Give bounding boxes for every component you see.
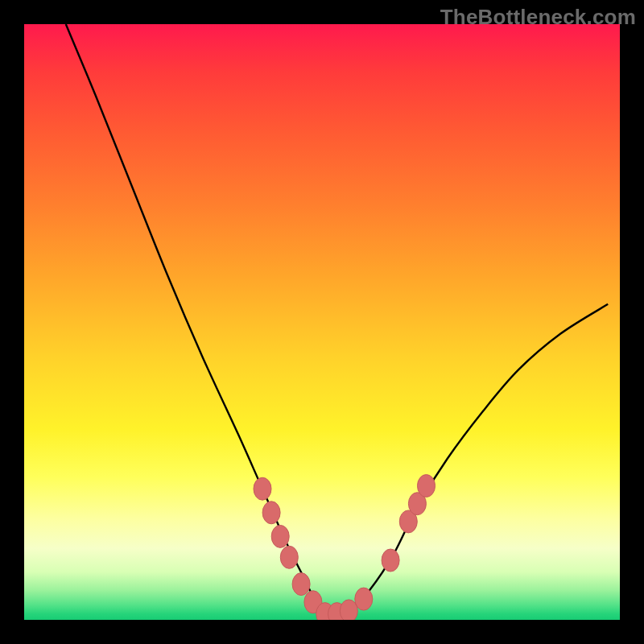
curve-marker — [280, 546, 298, 568]
curve-layer — [24, 24, 620, 620]
watermark-text: TheBottleneck.com — [440, 5, 636, 30]
chart-frame: TheBottleneck.com — [0, 0, 644, 644]
curve-markers — [254, 475, 436, 621]
curve-marker — [355, 588, 373, 610]
curve-marker — [262, 502, 280, 524]
curve-marker — [418, 475, 436, 497]
plot-area — [24, 24, 620, 620]
bottleneck-curve — [66, 24, 608, 615]
curve-marker — [271, 525, 289, 547]
curve-marker — [292, 573, 310, 596]
curve-marker — [254, 477, 271, 500]
curve-marker — [382, 549, 399, 572]
